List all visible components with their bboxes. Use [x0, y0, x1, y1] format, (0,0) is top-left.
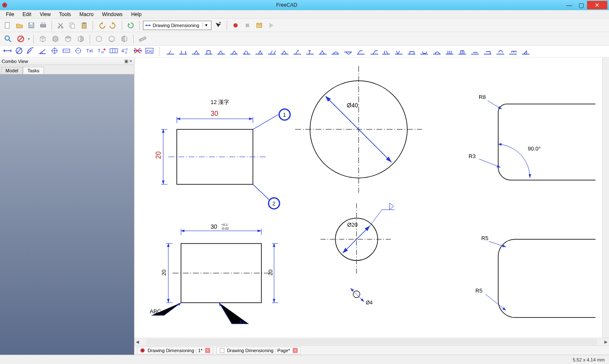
view-left-icon[interactable]	[119, 34, 130, 44]
macro-stop-icon[interactable]	[242, 20, 252, 30]
minimize-button[interactable]: —	[563, 1, 575, 9]
view-rear-icon[interactable]	[93, 34, 104, 44]
svg-text:ABC: ABC	[150, 308, 161, 315]
window-titlebar: FreeCAD — ▢ ✕	[0, 0, 609, 10]
combo-tab-tasks[interactable]: Tasks	[23, 67, 44, 74]
center-mark-icon[interactable]	[50, 47, 59, 57]
svg-rect-27	[110, 49, 118, 53]
macro-list-icon[interactable]	[254, 20, 264, 30]
whats-this-icon[interactable]: ?	[213, 20, 223, 30]
workbench-selector-label: Drawing Dimensioning	[153, 23, 199, 28]
svg-text:1: 1	[283, 112, 286, 118]
svg-text:R5: R5	[481, 235, 488, 241]
doc-tab-1[interactable]: Drawing Dimensioning : 1* ×	[137, 347, 213, 354]
save-document-icon[interactable]	[26, 20, 36, 30]
copy-icon[interactable]	[67, 20, 77, 30]
svg-point-1	[4, 4, 5, 6]
measure-icon[interactable]	[137, 34, 148, 44]
svg-rect-5	[41, 25, 46, 27]
view-front-icon[interactable]	[50, 34, 61, 44]
svg-rect-2	[5, 22, 9, 28]
svg-line-55	[343, 226, 370, 253]
dim-linear-icon[interactable]	[3, 47, 12, 57]
svg-text:R8: R8	[479, 94, 486, 100]
print-icon[interactable]	[38, 20, 48, 30]
svg-text:Txt: Txt	[86, 48, 93, 53]
svg-text:xt: xt	[101, 50, 104, 54]
paste-icon[interactable]	[79, 20, 89, 30]
macro-record-icon[interactable]	[230, 20, 241, 30]
menu-edit[interactable]: Edit	[18, 10, 36, 18]
dim-radius-icon[interactable]	[26, 47, 36, 57]
document-tabs: Drawing Dimensioning : 1* × Drawing Dime…	[134, 345, 609, 355]
drawing-canvas[interactable]: 30 12 漢字 20 1 2	[134, 57, 609, 338]
svg-line-58	[351, 288, 364, 302]
menu-windows[interactable]: Windows	[98, 10, 127, 18]
menu-view[interactable]: View	[36, 10, 55, 18]
view-bottom-icon[interactable]	[106, 34, 117, 44]
svg-rect-4	[30, 23, 33, 25]
redo-icon[interactable]	[108, 20, 118, 30]
undo-icon[interactable]	[96, 20, 107, 30]
doc-tab-2-close-icon[interactable]: ×	[293, 348, 298, 353]
view-iso-icon[interactable]	[37, 34, 48, 44]
svg-text:+0.1: +0.1	[221, 223, 228, 227]
tolerance-add-icon[interactable]: 4+2-0	[121, 47, 130, 57]
svg-text:-0.02: -0.02	[221, 227, 229, 230]
svg-text:+2: +2	[124, 48, 128, 51]
svg-text:12 漢字: 12 漢字	[211, 99, 229, 105]
refresh-icon[interactable]	[126, 20, 136, 30]
cut-icon[interactable]	[55, 20, 66, 30]
svg-text:30: 30	[211, 223, 217, 230]
combo-tab-model[interactable]: Model	[1, 67, 23, 74]
doc-tab-2[interactable]: Drawing Dimensioning : Page* ×	[217, 347, 301, 354]
svg-rect-10	[71, 24, 74, 28]
svg-text:20: 20	[161, 270, 167, 276]
svg-point-14	[233, 23, 238, 27]
menu-macro[interactable]: Macro	[75, 10, 98, 18]
welding-symbols-row[interactable]	[165, 47, 537, 57]
macro-run-icon[interactable]	[266, 20, 276, 30]
open-document-icon[interactable]	[14, 20, 25, 30]
status-coordinates: 5.52 x 4.14 mm	[573, 357, 605, 362]
panel-close-icon[interactable]: ✕	[129, 59, 132, 63]
zoom-fit-icon[interactable]	[3, 34, 14, 44]
svg-text:90.0°: 90.0°	[528, 145, 541, 152]
centerline-icon[interactable]	[62, 47, 71, 57]
workbench-selector[interactable]: Drawing Dimensioning ▾	[143, 21, 211, 30]
note-text-icon[interactable]: Txt	[85, 47, 95, 57]
doc-tab-1-close-icon[interactable]: ×	[205, 348, 210, 353]
svg-text:Ø20: Ø20	[347, 222, 358, 228]
escape-icon[interactable]: Esc	[145, 47, 154, 57]
center-lines-icon[interactable]	[74, 47, 83, 57]
svg-text:Ø40: Ø40	[347, 102, 358, 109]
new-document-icon[interactable]	[3, 20, 13, 30]
svg-text:Ø4: Ø4	[366, 300, 373, 306]
view-right-icon[interactable]	[75, 34, 86, 44]
view-top-icon[interactable]	[63, 34, 74, 44]
svg-rect-6	[41, 23, 45, 25]
svg-text:R5: R5	[475, 287, 483, 294]
delete-dim-icon[interactable]	[133, 47, 142, 57]
horizontal-scrollbar[interactable]: ◀▶	[134, 338, 609, 345]
tolerance-geom-icon[interactable]	[109, 47, 118, 57]
menu-file[interactable]: File	[2, 10, 18, 18]
vertical-scrollbar[interactable]	[602, 57, 609, 338]
dim-diameter-icon[interactable]	[14, 47, 24, 57]
svg-text:20: 20	[267, 270, 274, 276]
dock-toggle-icon[interactable]: ▣	[124, 59, 128, 63]
doc-tab-2-label: Drawing Dimensioning : Page*	[227, 348, 290, 353]
dim-angle-icon[interactable]	[38, 47, 47, 57]
menu-tools[interactable]: Tools	[55, 10, 75, 18]
svg-rect-19	[139, 36, 146, 41]
add-text-icon[interactable]: Txt	[97, 47, 107, 57]
doc-tab-1-label: Drawing Dimensioning : 1*	[148, 348, 203, 353]
window-title: FreeCAD	[10, 2, 563, 8]
close-button[interactable]: ✕	[587, 1, 607, 9]
menu-help[interactable]: Help	[127, 10, 146, 18]
svg-text:-0: -0	[124, 51, 127, 54]
svg-rect-12	[83, 22, 85, 24]
maximize-button[interactable]: ▢	[575, 1, 587, 9]
no-entry-icon[interactable]	[15, 34, 26, 44]
svg-rect-15	[246, 24, 249, 27]
